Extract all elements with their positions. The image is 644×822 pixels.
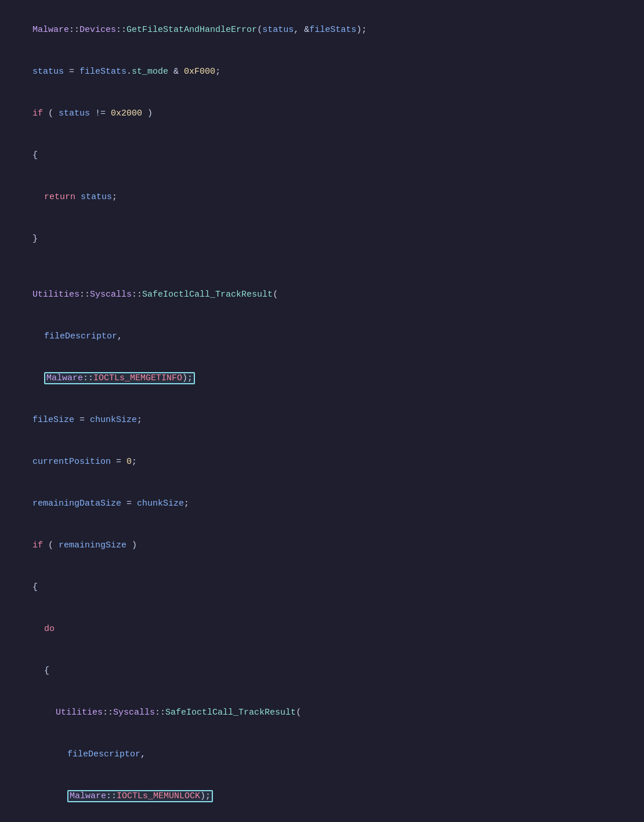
code-line-11: fileSize = chunkSize; <box>12 399 632 441</box>
token: :: <box>155 708 165 718</box>
code-line-9: fileDescriptor, <box>12 316 632 358</box>
token: st_mode <box>132 67 168 77</box>
code-line-2: status = fileStats.st_mode & 0xF000; <box>12 51 632 93</box>
token: :: <box>103 708 113 718</box>
token: = <box>74 415 90 425</box>
token: . <box>126 67 132 77</box>
token: GetFileStatAndHandleError <box>126 25 257 35</box>
token: Utilities <box>56 708 103 718</box>
token: status <box>262 25 294 35</box>
token: & <box>168 67 184 77</box>
token: ; <box>215 67 220 77</box>
token: 0x2000 <box>111 109 142 118</box>
token: chunkSize <box>137 499 184 509</box>
token: IOCTLs_MEMUNLOCK <box>117 791 200 801</box>
code-line-15: { <box>12 567 632 608</box>
code-line-19: fileDescriptor, <box>12 734 632 776</box>
code-line-3: if ( status != 0x2000 ) <box>12 93 632 135</box>
token: remainingSize <box>59 540 126 550</box>
token: , <box>117 331 122 341</box>
token: fileDescriptor <box>44 331 117 341</box>
token: ) <box>142 109 153 118</box>
token: status <box>59 109 90 118</box>
code-line-10: Malware::IOCTLs_MEMGETINFO); <box>12 358 632 399</box>
token: ) <box>126 540 137 550</box>
token: fileSize <box>32 415 74 425</box>
code-line-21: Utilities::Syscalls::SafeIoctlCall_Track… <box>12 817 632 822</box>
token: , <box>140 749 146 759</box>
token: :: <box>106 791 117 801</box>
token: return <box>44 192 75 202</box>
token: { <box>44 666 49 676</box>
token: :: <box>116 25 126 35</box>
token: ( <box>43 109 59 118</box>
token: } <box>32 234 38 244</box>
code-line-18: Utilities::Syscalls::SafeIoctlCall_Track… <box>12 692 632 734</box>
token: ; <box>184 499 189 509</box>
token: = <box>121 499 137 509</box>
token: fileStats <box>79 67 126 77</box>
token: SafeIoctlCall_TrackResult <box>165 708 296 718</box>
token: { <box>32 150 38 160</box>
highlight-memunlock-1: Malware::IOCTLs_MEMUNLOCK); <box>67 790 213 802</box>
token: status <box>81 192 112 202</box>
code-line-12: currentPosition = 0; <box>12 441 632 483</box>
token <box>75 192 81 202</box>
token: , & <box>294 25 309 35</box>
token: Malware <box>70 791 106 801</box>
token: = <box>64 67 79 77</box>
token: chunkSize <box>90 415 137 425</box>
token: 0 <box>126 457 132 467</box>
code-container: Malware::Devices::GetFileStatAndHandleEr… <box>0 0 644 822</box>
token: ; <box>132 457 137 467</box>
token: :: <box>79 290 90 300</box>
token: Malware <box>32 25 69 35</box>
token: fileStats <box>309 25 356 35</box>
token: { <box>32 582 38 592</box>
token: Malware <box>46 373 83 383</box>
token: do <box>44 624 55 634</box>
code-line-1: Malware::Devices::GetFileStatAndHandleEr… <box>12 9 632 51</box>
token: status <box>32 67 64 77</box>
token: Utilities <box>32 290 79 300</box>
code-line-16: do <box>12 608 632 650</box>
token: SafeIoctlCall_TrackResult <box>142 290 273 300</box>
token: Syscalls <box>90 290 132 300</box>
token: 0xF000 <box>184 67 215 77</box>
token: ); <box>182 373 193 383</box>
token: if <box>32 540 43 550</box>
code-line-8: Utilities::Syscalls::SafeIoctlCall_Track… <box>12 274 632 316</box>
token: Devices <box>79 25 116 35</box>
token: :: <box>69 25 79 35</box>
code-line-4: { <box>12 135 632 176</box>
token: :: <box>132 290 142 300</box>
code-line-empty1 <box>12 260 632 274</box>
token: if <box>32 109 43 118</box>
token: != <box>90 109 111 118</box>
token: ( <box>296 708 301 718</box>
highlight-memgetinfo: Malware::IOCTLs_MEMGETINFO); <box>44 372 195 384</box>
code-line-6: } <box>12 218 632 260</box>
token: = <box>111 457 126 467</box>
token: fileDescriptor <box>67 749 140 759</box>
token: ( <box>273 290 278 300</box>
token: ); <box>200 791 211 801</box>
token: ( <box>43 540 59 550</box>
token: ( <box>257 25 262 35</box>
code-line-20: Malware::IOCTLs_MEMUNLOCK); <box>12 776 632 817</box>
token: currentPosition <box>32 457 111 467</box>
token: remainingDataSize <box>32 499 121 509</box>
code-line-5: return status; <box>12 176 632 218</box>
code-line-13: remainingDataSize = chunkSize; <box>12 483 632 525</box>
token: Syscalls <box>113 708 155 718</box>
token: ; <box>112 192 117 202</box>
token: :: <box>83 373 93 383</box>
token: ; <box>137 415 142 425</box>
token: ); <box>356 25 367 35</box>
code-line-14: if ( remainingSize ) <box>12 525 632 567</box>
code-line-17: { <box>12 650 632 692</box>
token: IOCTLs_MEMGETINFO <box>93 373 182 383</box>
